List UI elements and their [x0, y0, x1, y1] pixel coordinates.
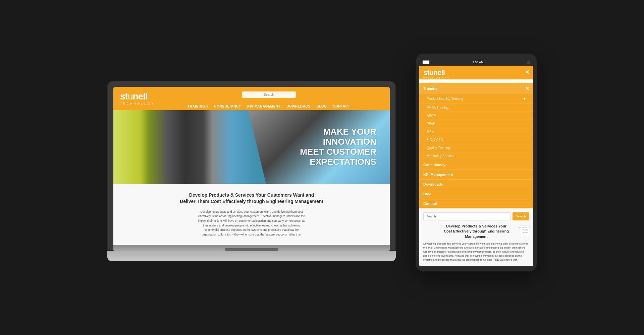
tablet-site-header: stunell TECHNOLOGY ✕: [419, 66, 533, 79]
tablet-search-button[interactable]: Search: [513, 212, 529, 220]
tablet-search-row: Search: [423, 212, 529, 220]
search-input[interactable]: [242, 91, 296, 98]
tablet-body: ▉▉▉ 9:00 AM ⬛ stunell TECHNOLOGY ✕ Tra: [416, 54, 537, 271]
tablet-menu-close[interactable]: ✕: [525, 69, 529, 75]
tablet-sub-8d[interactable]: 8-D & G8D: [419, 136, 533, 144]
hero-headline: MAKE YOUR INNOVATION MEET CUSTOMER EXPEC…: [300, 127, 376, 167]
nav-kpi[interactable]: KPI MANAGEMENT: [247, 105, 280, 108]
site-hero: MAKE YOUR INNOVATION MEET CUSTOMER EXPEC…: [113, 110, 390, 184]
hero-background: MAKE YOUR INNOVATION MEET CUSTOMER EXPEC…: [113, 110, 390, 184]
hero-engine-image: [113, 110, 293, 184]
nav-links: TRAINING ▾ CONSULTANCY KPI MANAGEMENT DO…: [187, 105, 350, 108]
nav-training[interactable]: TRAINING ▾: [187, 105, 208, 108]
logo-tech: TECHNOLOGY: [120, 102, 155, 105]
tablet-logo-tech: TECHNOLOGY: [423, 77, 450, 79]
laptop-screen-bezel: stunell TECHNOLOGY TRAINING ▾ CONSULTANC…: [113, 87, 390, 245]
site-content: Develop Products & Services Your Custome…: [113, 184, 390, 245]
site-nav: TRAINING ▾ CONSULTANCY KPI MANAGEMENT DO…: [155, 89, 383, 108]
laptop-keyboard: [107, 251, 396, 261]
laptop-screen: stunell TECHNOLOGY TRAINING ▾ CONSULTANC…: [113, 87, 390, 245]
tablet-nav-menu: Training ✕ Product Liability Training + …: [419, 83, 533, 208]
tablet-content-heading: Develop Products & Services YourCost Eff…: [423, 224, 529, 239]
tablet-device: ▉▉▉ 9:00 AM ⬛ stunell TECHNOLOGY ✕ Tra: [416, 54, 537, 271]
tablet-nav-consultancy[interactable]: Consultancy: [419, 160, 533, 170]
tablet-sub-msa[interactable]: MSA: [419, 128, 533, 136]
nav-consultancy[interactable]: CONSULTANCY: [214, 105, 241, 108]
hero-text: MAKE YOUR INNOVATION MEET CUSTOMER EXPEC…: [300, 127, 376, 167]
logo-text: stunell: [120, 92, 155, 101]
tablet-sub-quality[interactable]: Quality Training: [419, 144, 533, 152]
tablet-sub-fmea[interactable]: FMEA Training: [419, 104, 533, 112]
laptop-base: [113, 245, 390, 251]
tablet-sub-ppap[interactable]: PPAP: [419, 120, 533, 128]
content-body: Developing products and services your cu…: [198, 210, 305, 237]
tablet-search-input[interactable]: [423, 212, 511, 220]
laptop-body: stunell TECHNOLOGY TRAINING ▾ CONSULTANC…: [107, 81, 396, 251]
nav-blog[interactable]: BLOG: [316, 105, 327, 108]
nav-contact[interactable]: CONTACT: [333, 105, 350, 108]
tablet-nav-training[interactable]: Training ✕: [419, 83, 533, 94]
training-close-icon[interactable]: ✕: [525, 86, 529, 91]
nav-downloads[interactable]: DOWNLOADS: [286, 105, 310, 108]
tablet-logo-text: stunell: [423, 69, 450, 76]
signal-indicator: ▉▉▉: [423, 61, 430, 64]
tablet-header-top: stunell TECHNOLOGY ✕: [423, 69, 529, 79]
laptop-device: stunell TECHNOLOGY TRAINING ▾ CONSULTANC…: [107, 81, 396, 261]
tablet-sub-mentoring[interactable]: Mentoring Services: [419, 152, 533, 160]
time-display: 9:00 AM: [472, 61, 483, 64]
tablet-sub-product-liability[interactable]: Product Liability Training +: [419, 94, 533, 104]
tablet-content-body: Developing products and services your cu…: [423, 242, 529, 262]
tablet-nav-contact[interactable]: Contact: [419, 199, 533, 208]
status-bar: ▉▉▉ 9:00 AM ⬛: [419, 59, 533, 66]
tablet-logo: stunell TECHNOLOGY: [423, 69, 450, 79]
tablet-nav-sub: Product Liability Training + FMEA Traini…: [419, 94, 533, 160]
tablet-screen: ▉▉▉ 9:00 AM ⬛ stunell TECHNOLOGY ✕ Tra: [419, 59, 533, 266]
battery-indicator: ⬛: [526, 61, 530, 64]
tablet-sub-apqp[interactable]: APQP: [419, 112, 533, 120]
expand-icon[interactable]: +: [523, 96, 526, 102]
content-heading: Develop Products & Services Your Custome…: [133, 192, 370, 205]
site-logo: stunell TECHNOLOGY: [120, 92, 155, 105]
tablet-nav-blog[interactable]: Blog: [419, 189, 533, 199]
site-header: stunell TECHNOLOGY TRAINING ▾ CONSULTANC…: [113, 87, 390, 110]
recaptcha-badge: reCAPTCHAPrivacyTerms: [520, 225, 530, 235]
tablet-nav-kpi[interactable]: KPI Management: [419, 170, 533, 179]
tablet-nav-downloads[interactable]: Downloads: [419, 179, 533, 189]
tablet-content-area: Search Develop Products & Services YourC…: [419, 208, 533, 266]
